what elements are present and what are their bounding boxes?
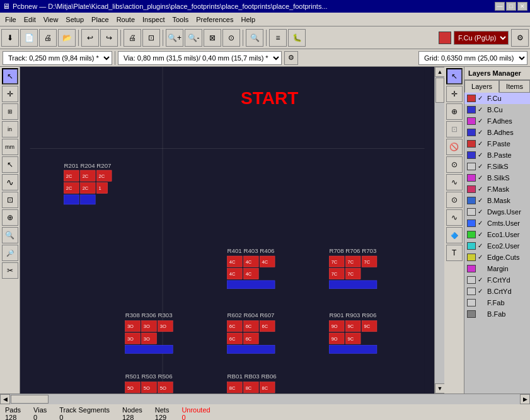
- tool-mm[interactable]: mm: [2, 139, 18, 155]
- tool-cut[interactable]: ✂: [2, 262, 18, 279]
- layer-checkbox[interactable]: ✓: [478, 95, 485, 102]
- layer-item-b-silks[interactable]: ✓B.SilkS: [464, 172, 530, 184]
- rt-via[interactable]: ⊙: [446, 156, 463, 173]
- tool-cursor[interactable]: ↖: [2, 156, 18, 173]
- layer-checkbox[interactable]: ✓: [478, 254, 485, 261]
- layer-checkbox[interactable]: ✓: [478, 242, 485, 250]
- maximize-button[interactable]: □: [506, 2, 516, 11]
- via-size-selector[interactable]: Via: 0,80 mm (31,5 mils)/ 0,40 mm (15,7 …: [118, 51, 282, 65]
- track-width-selector[interactable]: Track: 0,250 mm (9,84 mils) *: [3, 51, 112, 65]
- layer-checkbox[interactable]: [478, 299, 485, 306]
- scroll-up-button[interactable]: ▲: [435, 67, 444, 77]
- layer-checkbox[interactable]: ✓: [478, 163, 485, 170]
- tool-select[interactable]: ↖: [2, 68, 18, 85]
- layer-item-b-paste[interactable]: ✓B.Paste: [464, 149, 530, 161]
- toolbar-zoom-fit[interactable]: ⊡: [142, 29, 160, 47]
- layer-checkbox[interactable]: ✓: [478, 151, 485, 159]
- layer-item-b-fab[interactable]: B.Fab: [464, 308, 530, 320]
- rt-poly[interactable]: 🔷: [446, 227, 463, 243]
- tool-measure[interactable]: ∿: [2, 174, 18, 190]
- scroll-right-button[interactable]: ▶: [520, 394, 530, 404]
- menu-route[interactable]: Route: [113, 15, 139, 25]
- tool-zoom-in[interactable]: 🔍: [2, 227, 18, 243]
- scroll-left-button[interactable]: ◀: [0, 394, 10, 404]
- toolbar-zoom-area[interactable]: ⊠: [204, 29, 221, 47]
- menu-help[interactable]: Help: [237, 15, 259, 25]
- tab-items[interactable]: Items: [499, 80, 530, 92]
- layer-item-f-fab[interactable]: F.Fab: [464, 297, 530, 308]
- layer-item-f-adhes[interactable]: ✓F.Adhes: [464, 115, 530, 127]
- layer-item-dwgs-user[interactable]: ✓Dwgs.User: [464, 206, 530, 218]
- h-scroll-thumb[interactable]: [11, 395, 49, 404]
- toolbar-zoom-out[interactable]: 🔍-: [185, 29, 202, 47]
- minimize-button[interactable]: —: [495, 2, 505, 11]
- layer-checkbox[interactable]: ✓: [478, 174, 485, 182]
- layer-checkbox[interactable]: ✓: [478, 231, 485, 238]
- tool-grid[interactable]: ⊞: [2, 103, 18, 120]
- layer-checkbox[interactable]: ✓: [478, 208, 485, 216]
- layer-item-eco2-user[interactable]: ✓Eco2.User: [464, 240, 530, 252]
- layer-checkbox[interactable]: ✓: [478, 276, 485, 284]
- layer-item-edge-cuts[interactable]: ✓Edge.Cuts: [464, 252, 530, 263]
- toolbar-btn-2[interactable]: 📄: [20, 29, 38, 47]
- layer-item-cmts-user[interactable]: ✓Cmts.User: [464, 218, 530, 229]
- pcb-canvas-area[interactable]: START R201 R204 R207 2C 2C 2C 2C 2C 1: [20, 67, 434, 394]
- layer-item-b-mask[interactable]: ✓B.Mask: [464, 195, 530, 206]
- toolbar-print[interactable]: 🖨: [124, 29, 141, 47]
- grid-selector[interactable]: Grid: 0,6350 mm (25,00 mils): [418, 51, 527, 65]
- tool-drc[interactable]: ⊕: [2, 209, 18, 226]
- toolbar-btn-4[interactable]: 📂: [58, 29, 76, 47]
- layer-selector[interactable]: F.Cu (PgUp) B.Cu: [454, 31, 509, 45]
- rt-drc[interactable]: 🚫: [446, 139, 463, 155]
- layer-checkbox[interactable]: ✓: [478, 106, 485, 114]
- rt-select[interactable]: ↖: [446, 68, 463, 85]
- toolbar-btn-1[interactable]: ⬇: [1, 29, 19, 47]
- layer-item-b-adhes[interactable]: ✓B.Adhes: [464, 127, 530, 138]
- layer-checkbox[interactable]: ✓: [478, 117, 485, 125]
- layer-checkbox[interactable]: ✓: [478, 219, 485, 227]
- tool-pad[interactable]: ⊡: [2, 192, 18, 208]
- layer-checkbox[interactable]: ✓: [478, 129, 485, 136]
- toolbar-btn-3[interactable]: 🖨: [39, 29, 57, 47]
- h-scroll-track[interactable]: [10, 394, 520, 404]
- menu-tools[interactable]: Tools: [168, 15, 192, 25]
- tool-zoom-out[interactable]: 🔎: [2, 245, 18, 261]
- menu-place[interactable]: Place: [88, 15, 113, 25]
- rt-arc[interactable]: ∿: [446, 174, 463, 190]
- menu-view[interactable]: View: [40, 15, 62, 25]
- toolbar-zoom-auto[interactable]: ⊙: [222, 29, 240, 47]
- close-button[interactable]: ✕: [517, 2, 527, 11]
- layer-item-f-cu[interactable]: ✓F.Cu: [464, 93, 530, 104]
- layer-settings[interactable]: ⚙: [511, 29, 529, 47]
- rt-add-pad[interactable]: ✛: [446, 86, 463, 102]
- layer-checkbox[interactable]: ✓: [478, 288, 485, 295]
- toolbar-search[interactable]: 🔍: [246, 29, 263, 47]
- layer-item-b-cu[interactable]: ✓B.Cu: [464, 104, 530, 115]
- toolbar-undo[interactable]: ↩: [81, 29, 99, 47]
- scroll-thumb[interactable]: [435, 78, 444, 103]
- layer-checkbox[interactable]: [478, 310, 485, 318]
- menu-file[interactable]: File: [1, 15, 20, 25]
- layer-item-eco1-user[interactable]: ✓Eco1.User: [464, 229, 530, 240]
- layer-item-f-mask[interactable]: ✓F.Mask: [464, 184, 530, 195]
- layer-checkbox[interactable]: [478, 265, 485, 272]
- toolbar-zoom-in[interactable]: 🔍+: [166, 29, 183, 47]
- layer-item-b-crtyd[interactable]: ✓B.CrtYd: [464, 286, 530, 297]
- vertical-scrollbar[interactable]: ▲ ▼: [434, 67, 444, 394]
- track-settings-btn[interactable]: ⚙: [284, 51, 298, 65]
- layer-item-margin[interactable]: Margin: [464, 263, 530, 274]
- layer-item-f-crtyd[interactable]: ✓F.CrtYd: [464, 274, 530, 286]
- tool-inch[interactable]: in: [2, 121, 18, 137]
- layer-checkbox[interactable]: ✓: [478, 140, 485, 148]
- menu-setup[interactable]: Setup: [62, 15, 88, 25]
- scroll-down-button[interactable]: ▼: [435, 383, 444, 394]
- menu-edit[interactable]: Edit: [20, 15, 40, 25]
- toolbar-netlist[interactable]: ≡: [269, 29, 287, 47]
- layer-item-f-paste[interactable]: ✓F.Paste: [464, 138, 530, 149]
- scroll-track[interactable]: [435, 77, 444, 383]
- toolbar-redo[interactable]: ↪: [100, 29, 118, 47]
- rt-text[interactable]: T: [446, 245, 463, 261]
- rt-circle[interactable]: ⊙: [446, 192, 463, 208]
- rt-ratsnest[interactable]: ⊕: [446, 103, 463, 120]
- toolbar-bug[interactable]: 🐛: [288, 29, 306, 47]
